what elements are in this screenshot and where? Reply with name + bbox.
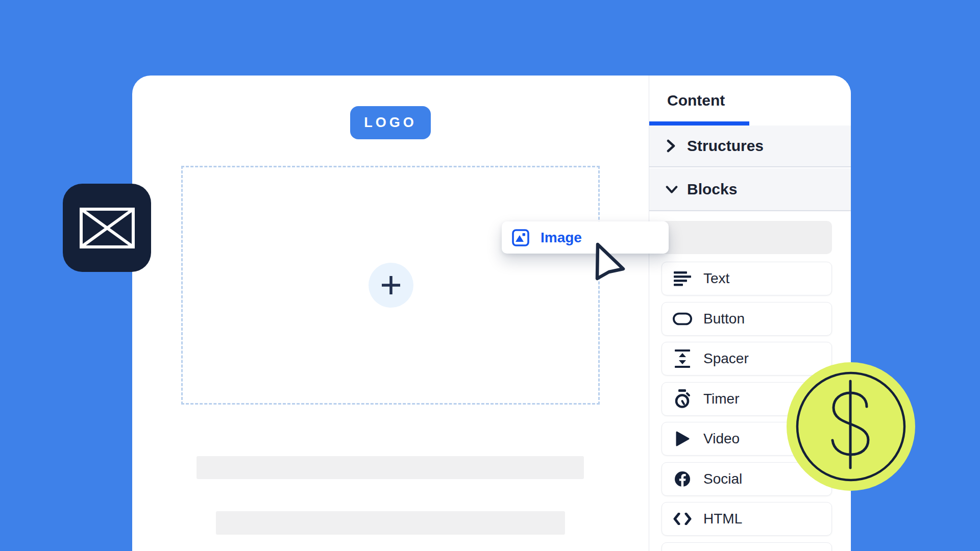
block-label: HTML bbox=[703, 511, 742, 527]
social-icon bbox=[673, 469, 692, 489]
block-label: Spacer bbox=[703, 350, 749, 367]
text-placeholder-bar bbox=[197, 456, 584, 479]
image-icon bbox=[512, 229, 529, 246]
block-card-partial[interactable] bbox=[662, 542, 832, 551]
text-placeholder-bar bbox=[216, 511, 565, 535]
cursor-arrow-icon bbox=[595, 242, 627, 285]
block-label: Video bbox=[703, 431, 740, 447]
html-icon bbox=[673, 509, 692, 529]
block-label: Button bbox=[703, 311, 745, 327]
block-card-button[interactable]: Button bbox=[662, 302, 832, 336]
section-label: Structures bbox=[687, 137, 764, 155]
spacer-icon bbox=[673, 349, 692, 368]
sidebar-tabbar: Content bbox=[649, 76, 851, 126]
logo-placeholder: LOGO bbox=[350, 106, 431, 139]
drag-source-placeholder bbox=[662, 221, 832, 254]
block-label: Timer bbox=[703, 391, 740, 407]
timer-icon bbox=[673, 389, 692, 409]
add-block-button[interactable] bbox=[369, 263, 413, 308]
video-icon bbox=[673, 429, 692, 448]
section-blocks[interactable]: Blocks bbox=[649, 168, 851, 211]
block-card-text[interactable]: Text bbox=[662, 262, 832, 295]
section-structures[interactable]: Structures bbox=[649, 126, 851, 167]
plus-icon bbox=[380, 274, 402, 296]
dollar-coin-icon bbox=[787, 362, 915, 491]
envelope-icon bbox=[79, 207, 135, 249]
email-badge bbox=[63, 184, 151, 272]
chevron-down-icon bbox=[666, 183, 678, 195]
block-label: Social bbox=[703, 471, 742, 487]
button-icon bbox=[673, 309, 692, 329]
text-icon bbox=[673, 269, 692, 288]
email-builder-screen: LOGO Content Structures Blocks Te bbox=[0, 0, 980, 551]
tab-active-underline bbox=[649, 121, 749, 126]
tab-content[interactable]: Content bbox=[667, 92, 725, 109]
dragged-block-image[interactable]: Image bbox=[502, 221, 669, 254]
block-card-html[interactable]: HTML bbox=[662, 502, 832, 536]
section-label: Blocks bbox=[687, 181, 737, 198]
block-label: Text bbox=[703, 270, 729, 287]
chevron-right-icon bbox=[666, 140, 678, 152]
dragged-block-label: Image bbox=[541, 230, 582, 246]
